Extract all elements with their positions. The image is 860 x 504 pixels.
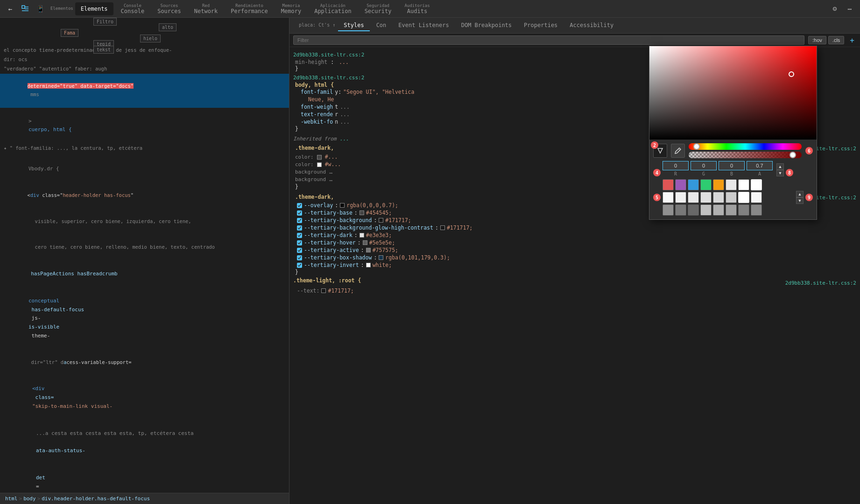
rgba-r-input[interactable]: 0 [663, 161, 689, 170]
swatch-9[interactable] [663, 192, 674, 203]
swatch-21[interactable] [713, 204, 724, 216]
color-gradient-area[interactable] [649, 46, 817, 140]
back-button[interactable]: ← [4, 2, 17, 15]
color-swatch-color1[interactable] [317, 155, 322, 160]
svg-line-4 [678, 149, 680, 150]
html-line-highlighted[interactable]: determined="true" data-target="docs" mms [0, 74, 289, 108]
cls-button[interactable]: .cls [828, 36, 845, 44]
css-var-tertiary-box-shadow: --tertiary-box-shadow : rgba(0,101,179,0… [293, 254, 856, 261]
filter-input[interactable] [293, 35, 804, 45]
swatches-down-button[interactable]: ▼ [796, 197, 804, 204]
breadcrumb-body[interactable]: body [22, 496, 37, 502]
swatch-7[interactable] [738, 179, 749, 190]
tab-sources[interactable]: Sources Sources [152, 2, 187, 15]
swatches-up-button[interactable]: ▲ [796, 191, 804, 197]
spin-up-button[interactable]: ▲ [776, 163, 784, 170]
css-var-tertiary-base-checkbox[interactable] [297, 210, 302, 216]
tab-security[interactable]: Seguridad Security [359, 2, 397, 15]
eyedropper-button[interactable] [671, 144, 685, 158]
breadcrumb-html[interactable]: html [4, 496, 19, 502]
swatch-1[interactable] [663, 179, 674, 190]
tab-network[interactable]: Red Network [189, 2, 224, 15]
css-var-overlay-checkbox[interactable] [297, 203, 302, 208]
html-line: Vbody.dr { [0, 156, 289, 183]
swatch-22[interactable] [726, 204, 737, 216]
swatch-8[interactable] [751, 179, 762, 190]
tab-elements[interactable]: Elements [75, 2, 113, 15]
swatch-17[interactable] [663, 204, 674, 216]
rgba-b-input[interactable]: 0 [719, 161, 745, 170]
rgba-g-input[interactable]: 0 [691, 161, 717, 170]
more-options-icon[interactable]: ⋯ [843, 2, 856, 15]
swatch-5[interactable] [713, 179, 724, 190]
color-controls: 2 [649, 140, 817, 219]
rgba-a-input[interactable]: 0.7 [747, 161, 773, 170]
tab-computed[interactable]: Con [371, 20, 392, 31]
swatch-tertiary-dark[interactable] [360, 233, 364, 238]
swatch-14[interactable] [726, 192, 737, 203]
swatch-3[interactable] [688, 179, 699, 190]
filter-tooltip: Filtro [93, 18, 117, 26]
swatch-11[interactable] [688, 192, 699, 203]
device-button[interactable]: 📱 [34, 2, 47, 15]
css-var-tertiary-active-checkbox[interactable] [297, 248, 302, 253]
tab-memory[interactable]: Memoria Memory [275, 2, 307, 15]
hov-button[interactable]: :hov [808, 36, 826, 44]
swatch-23[interactable] [738, 204, 749, 216]
html-line-skip: <div class= "skip-to-main-link visual- [0, 376, 289, 420]
html-line: dir: ocs [0, 55, 289, 64]
breadcrumb-div[interactable]: div.header-holder.has-default-focus [40, 496, 151, 502]
swatch-12[interactable] [700, 192, 712, 203]
number-badge-6: 6 [805, 147, 813, 154]
color-swatch-color2[interactable] [317, 162, 322, 167]
swatch-tertiary-box-shadow[interactable] [379, 255, 383, 260]
swatch-tertiary-bg[interactable] [379, 218, 383, 223]
elements-content[interactable]: el concepto tiene-predeterminado-tema de… [0, 18, 289, 493]
swatch-2[interactable] [675, 179, 686, 190]
swatch-13[interactable] [713, 192, 724, 203]
spin-down-button[interactable]: ▼ [776, 170, 784, 176]
css-var-tertiary-bg-glow-checkbox[interactable] [297, 225, 302, 231]
add-rule-button[interactable]: + [848, 36, 856, 45]
html-line-haspage: hasPageActions hasBreadcrumb [0, 260, 289, 287]
swatch-tertiary-base[interactable] [360, 210, 364, 215]
tab-dom-breakpoints[interactable]: DOM Breakpoints [456, 20, 517, 31]
tab-properties[interactable]: Properties [518, 20, 563, 31]
swatch-tertiary-invert[interactable] [366, 263, 371, 267]
swatch-15[interactable] [738, 192, 749, 203]
css-var-tertiary-dark-checkbox[interactable] [297, 233, 302, 238]
smiley-icon[interactable]: ☺ [828, 2, 841, 15]
css-var-tertiary-invert-checkbox[interactable] [297, 263, 302, 268]
swatch-16[interactable] [751, 192, 762, 203]
alpha-slider[interactable] [689, 152, 802, 158]
swatches-row-1 [663, 179, 793, 190]
tab-accessibility[interactable]: Accessibility [564, 20, 619, 31]
swatch-tertiary-active[interactable] [366, 248, 371, 252]
css-source-5[interactable]: 2d9bb338.site-ltr.css:2 [785, 280, 856, 286]
swatch-text[interactable] [321, 288, 326, 293]
styles-panel: placa: Ct's ↑ Styles Con Event Listeners… [289, 18, 860, 504]
tab-console[interactable]: Console Console [115, 2, 150, 15]
tab-styles[interactable]: Styles [338, 20, 369, 31]
tab-performance[interactable]: Rendimiento Performance [225, 2, 273, 15]
tab-event-listeners[interactable]: Event Listeners [393, 20, 454, 31]
swatch-4[interactable] [700, 179, 712, 190]
color-mode-button[interactable]: 2 [653, 144, 667, 158]
swatch-overlay[interactable] [340, 203, 345, 208]
tab-audits[interactable]: Auditorías Audits [399, 2, 435, 15]
css-var-tertiary-box-shadow-checkbox[interactable] [297, 255, 302, 260]
inspect-button[interactable] [19, 2, 32, 15]
tab-application[interactable]: Aplicación Application [309, 2, 357, 15]
css-var-tertiary-bg-checkbox[interactable] [297, 218, 302, 223]
swatch-tertiary-bg-glow[interactable] [440, 225, 445, 230]
hue-slider[interactable] [689, 143, 802, 150]
swatch-10[interactable] [675, 192, 686, 203]
swatch-18[interactable] [675, 204, 686, 216]
swatch-tertiary-hover[interactable] [363, 240, 367, 245]
swatch-6[interactable] [726, 179, 737, 190]
swatch-20[interactable] [700, 204, 712, 216]
swatch-24[interactable] [751, 204, 762, 216]
color-picker-popup: 2 [649, 46, 817, 220]
css-var-tertiary-hover-checkbox[interactable] [297, 240, 302, 245]
swatch-19[interactable] [688, 204, 699, 216]
